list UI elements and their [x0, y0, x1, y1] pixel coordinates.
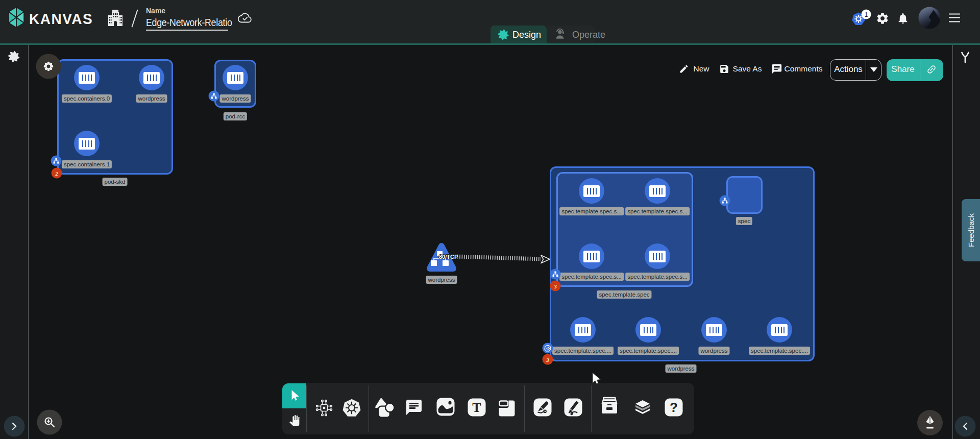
svg-text:80/TCP: 80/TCP	[439, 254, 458, 260]
